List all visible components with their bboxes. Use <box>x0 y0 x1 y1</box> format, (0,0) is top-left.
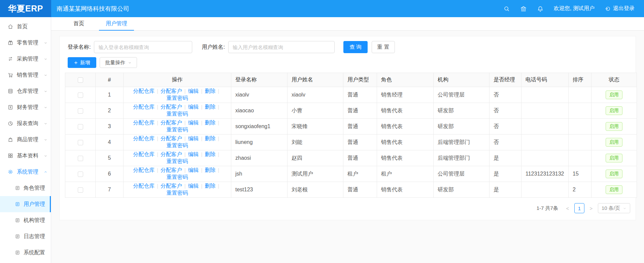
op-edit-link[interactable]: 编辑 <box>188 104 205 110</box>
op-delete-link[interactable]: 删除 <box>205 151 222 157</box>
op-assign-warehouse-link[interactable]: 分配仓库 <box>133 88 161 94</box>
page-size-select[interactable]: 10 条/页 <box>598 203 630 213</box>
op-assign-customer-link[interactable]: 分配客户 <box>161 88 188 94</box>
sidebar-item-report[interactable]: 报表查询 <box>0 115 51 132</box>
cell-org: 研发部 <box>434 182 489 198</box>
logout-button[interactable]: 退出登录 <box>605 5 635 12</box>
sidebar-item-retail[interactable]: 零售管理 <box>0 35 51 51</box>
op-delete-link[interactable]: 删除 <box>205 167 222 173</box>
op-assign-warehouse-link[interactable]: 分配仓库 <box>133 136 161 141</box>
op-assign-customer-link[interactable]: 分配客户 <box>161 136 188 141</box>
op-edit-link[interactable]: 编辑 <box>188 167 205 173</box>
sidebar-item-goods[interactable]: 商品管理 <box>0 132 51 148</box>
sidebar-item-home[interactable]: 首页 <box>0 18 51 35</box>
column-header: 操作 <box>124 73 231 87</box>
op-delete-link[interactable]: 删除 <box>205 88 222 94</box>
prev-page-button[interactable]: < <box>564 205 572 211</box>
op-assign-customer-link[interactable]: 分配客户 <box>161 151 188 157</box>
op-assign-warehouse-link[interactable]: 分配仓库 <box>133 183 161 189</box>
cell-sort <box>569 119 591 135</box>
sidebar-item-system[interactable]: 系统管理 <box>0 164 51 180</box>
op-reset-password-link[interactable]: 重置密码 <box>167 158 188 164</box>
cell-manager: 否 <box>489 119 521 135</box>
op-reset-password-link[interactable]: 重置密码 <box>167 174 188 180</box>
cell-role: 销售代表 <box>377 182 434 198</box>
sidebar-item-label: 零售管理 <box>17 39 38 46</box>
sidebar-item-role[interactable]: 角色管理 <box>0 180 51 196</box>
search-icon[interactable] <box>503 5 510 12</box>
cell-index: 6 <box>96 166 124 182</box>
cell-sort: 15 <box>569 166 591 182</box>
sidebar-item-purchase[interactable]: 采购管理 <box>0 51 51 67</box>
cell-status: 启用 <box>591 182 637 198</box>
cell-status: 启用 <box>591 150 637 166</box>
batch-actions-button[interactable]: 批量操作 <box>100 57 137 68</box>
op-assign-warehouse-link[interactable]: 分配仓库 <box>133 104 161 110</box>
sidebar-item-log[interactable]: 日志管理 <box>0 228 51 245</box>
next-page-button[interactable]: > <box>587 205 595 211</box>
op-assign-customer-link[interactable]: 分配客户 <box>161 120 188 125</box>
op-edit-link[interactable]: 编辑 <box>188 120 205 125</box>
sidebar-item-config[interactable]: 系统配置 <box>0 245 51 261</box>
row-checkbox[interactable] <box>78 172 83 177</box>
row-checkbox[interactable] <box>78 108 83 114</box>
row-checkbox[interactable] <box>78 140 83 145</box>
sidebar-item-finance[interactable]: 财务管理 <box>0 99 51 115</box>
op-assign-warehouse-link[interactable]: 分配仓库 <box>133 120 161 125</box>
add-button[interactable]: 新增 <box>68 57 96 68</box>
query-button[interactable]: 查 询 <box>343 41 368 53</box>
cell-manager: 否 <box>489 103 521 119</box>
cell-role: 销售代表 <box>377 135 434 150</box>
op-edit-link[interactable]: 编辑 <box>188 151 205 157</box>
retail-icon <box>7 40 13 46</box>
op-delete-link[interactable]: 删除 <box>205 183 222 189</box>
status-badge: 启用 <box>606 106 622 115</box>
cell-login: jsh <box>231 166 287 182</box>
row-checkbox[interactable] <box>78 156 83 161</box>
sidebar-item-warehouse[interactable]: 仓库管理 <box>0 83 51 99</box>
op-delete-link[interactable]: 删除 <box>205 104 222 110</box>
sidebar-item-sales[interactable]: 销售管理 <box>0 67 51 83</box>
page-number-1[interactable]: 1 <box>574 203 584 213</box>
bell-icon[interactable] <box>537 5 544 12</box>
tab-bar: 首页 用户管理 <box>51 17 644 31</box>
op-assign-customer-link[interactable]: 分配客户 <box>161 167 188 173</box>
op-reset-password-link[interactable]: 重置密码 <box>167 127 188 133</box>
sidebar-item-basedata[interactable]: 基本资料 <box>0 148 51 164</box>
sidebar-item-user[interactable]: 用户管理 <box>0 196 51 212</box>
row-checkbox[interactable] <box>78 124 83 129</box>
reset-button[interactable]: 重 置 <box>372 41 395 53</box>
op-delete-link[interactable]: 删除 <box>205 136 222 141</box>
op-edit-link[interactable]: 编辑 <box>188 88 205 94</box>
doc-icon <box>15 218 20 223</box>
tab-home[interactable]: 首页 <box>67 17 91 30</box>
sidebar-item-label: 日志管理 <box>24 233 45 240</box>
op-reset-password-link[interactable]: 重置密码 <box>167 95 188 101</box>
bank-icon[interactable] <box>520 5 527 12</box>
company-name: 南通某某网络科技有限公司 <box>57 5 129 13</box>
column-header: 用户姓名 <box>287 73 343 87</box>
sidebar-item-org[interactable]: 机构管理 <box>0 212 51 228</box>
cell-operations: 分配仓库分配客户编辑删除重置密码 <box>124 150 231 166</box>
op-reset-password-link[interactable]: 重置密码 <box>167 143 188 148</box>
user-name-input[interactable] <box>228 41 335 53</box>
login-name-input[interactable] <box>94 41 192 53</box>
sidebar-item-label: 基本资料 <box>17 152 38 159</box>
row-checkbox[interactable] <box>78 92 83 98</box>
op-assign-customer-link[interactable]: 分配客户 <box>161 104 188 110</box>
op-assign-warehouse-link[interactable]: 分配仓库 <box>133 151 161 157</box>
cell-operations: 分配仓库分配客户编辑删除重置密码 <box>124 87 231 103</box>
op-reset-password-link[interactable]: 重置密码 <box>167 111 188 117</box>
op-edit-link[interactable]: 编辑 <box>188 183 205 189</box>
select-all-checkbox[interactable] <box>78 77 83 83</box>
op-assign-warehouse-link[interactable]: 分配仓库 <box>133 167 161 173</box>
cell-index: 7 <box>96 182 124 198</box>
tab-user-management[interactable]: 用户管理 <box>99 17 134 30</box>
op-edit-link[interactable]: 编辑 <box>188 136 205 141</box>
op-delete-link[interactable]: 删除 <box>205 120 222 125</box>
op-assign-customer-link[interactable]: 分配客户 <box>161 183 188 189</box>
op-reset-password-link[interactable]: 重置密码 <box>167 190 188 196</box>
row-checkbox[interactable] <box>78 187 83 193</box>
user-management-card: 登录名称: 用户姓名: 查 询 重 置 新增 <box>59 36 636 220</box>
sidebar-item-label: 仓库管理 <box>17 88 38 95</box>
